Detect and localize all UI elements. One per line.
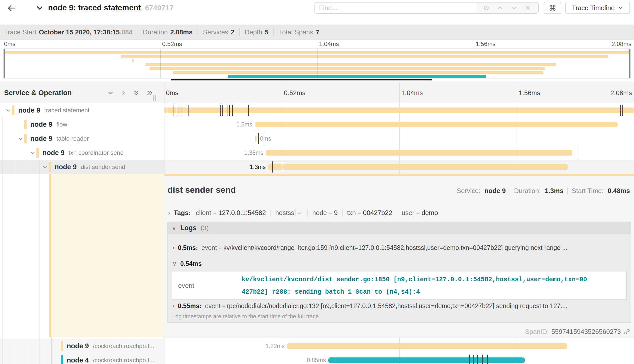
span-service-name[interactable]: node 9traced statement: [18, 103, 90, 117]
span-duration-label: 1.35ms: [244, 146, 263, 160]
span-color-strip: [24, 134, 27, 143]
find-group: [314, 2, 539, 14]
timeline-axis-label: 1.04ms: [401, 82, 423, 103]
log-marker-tick: [577, 147, 577, 158]
span-service-name[interactable]: node 9txn coordinator send: [43, 146, 123, 160]
log-chevron-down-icon[interactable]: ∨: [172, 260, 177, 267]
span-bar[interactable]: [255, 122, 618, 127]
span-bar[interactable]: [164, 108, 634, 113]
span-detail-panel: dist sender send Service: node 9 Duratio…: [0, 174, 634, 337]
span-timeline-zone: 1.3ms: [164, 160, 634, 174]
minimap-span-bar: [173, 71, 543, 74]
log-marker-tick: [248, 105, 249, 116]
trace-minimap[interactable]: 0ms0.52ms1.04ms1.56ms2.08ms: [0, 40, 634, 80]
span-row[interactable]: node 9traced statement: [0, 103, 634, 117]
back-arrow-icon: [6, 3, 17, 13]
back-button[interactable]: [6, 3, 17, 13]
next-match-chevron-down-icon[interactable]: [510, 4, 518, 12]
span-row[interactable]: node 4/cockroach.roachpb.I...0.85ms: [0, 353, 634, 364]
collapse-one-chevron-down-icon[interactable]: [107, 89, 114, 97]
log-marker-tick: [282, 161, 282, 173]
top-bar: node 9: traced statement 6749717 ⌘ Trace…: [0, 0, 634, 25]
minimap-left-handle[interactable]: [4, 49, 5, 78]
minimap-canvas[interactable]: [4, 49, 630, 78]
minimap-right-handle[interactable]: [629, 49, 630, 78]
log-entry-2-header[interactable]: ∨ 0.54ms: [168, 258, 628, 269]
expand-one-chevron-right-icon[interactable]: [120, 90, 127, 96]
span-operation-name: dist sender send: [81, 163, 125, 170]
span-bar[interactable]: [268, 164, 568, 170]
span-timeline-zone: 0.85ms: [164, 353, 634, 364]
column-resize-handle[interactable]: [153, 95, 156, 101]
minimap-axis-label: 0.52ms: [162, 40, 182, 48]
span-expand-chevron-down-icon[interactable]: [5, 103, 12, 117]
span-row[interactable]: node 9/cockroach.roachpb.I...1.22ms: [0, 339, 634, 353]
title-collapse-chevron-icon[interactable]: [35, 4, 44, 12]
span-expand-chevron-down-icon[interactable]: [17, 132, 24, 146]
span-service-name[interactable]: node 9dist sender send: [55, 160, 125, 174]
trace-view-selector-button[interactable]: Trace Timeline: [565, 2, 630, 14]
span-service-name[interactable]: node 4/cockroach.roachpb.I...: [67, 353, 154, 364]
log-marker-tick: [179, 105, 179, 116]
log-marker-tick: [174, 105, 174, 116]
find-input[interactable]: [315, 3, 476, 13]
span-expand-chevron-down-icon[interactable]: [29, 146, 36, 160]
tags-chevron-right-icon[interactable]: ›: [168, 209, 170, 217]
span-service-name[interactable]: node 9/cockroach.roachpb.I...: [67, 339, 154, 353]
span-row[interactable]: node 9flow1.6ms: [0, 117, 634, 132]
keyboard-shortcuts-button[interactable]: ⌘: [544, 2, 561, 14]
trace-start-value: October 15 2020, 17:38:15: [39, 28, 120, 36]
log-chevron-right-icon[interactable]: ›: [172, 244, 174, 251]
span-bar[interactable]: [287, 343, 567, 349]
span-row[interactable]: node 9dist sender send1.3ms: [0, 160, 634, 174]
span-service-name[interactable]: node 9table reader: [30, 132, 89, 146]
tags-row[interactable]: › Tags: client=127.0.0.1:54582hostssl=no…: [168, 207, 438, 218]
tag-item: client=127.0.0.1:54582: [196, 209, 266, 217]
minimap-axis-label: 0ms: [4, 40, 15, 48]
span-color-strip: [12, 105, 14, 115]
depth-label: Depth: [245, 28, 262, 36]
detail-duration-value: 1.3ms: [545, 187, 563, 195]
span-expand-chevron-down-icon[interactable]: [41, 160, 48, 174]
trace-id: 6749717: [145, 4, 174, 12]
clear-find-icon[interactable]: [524, 4, 532, 12]
span-operation-name: /cockroach.roachpb.I...: [93, 342, 154, 350]
span-bar[interactable]: [266, 150, 572, 156]
logs-chevron-down-icon[interactable]: ∨: [172, 225, 176, 232]
prev-match-chevron-up-icon[interactable]: [496, 4, 504, 12]
span-bar[interactable]: [328, 357, 525, 363]
scope-icon[interactable]: [482, 4, 490, 12]
log-marker-tick: [188, 105, 189, 116]
collapse-all-double-chevron-down-icon[interactable]: [133, 89, 140, 97]
expand-all-double-chevron-right-icon[interactable]: [146, 89, 154, 97]
span-service-name[interactable]: node 9flow: [30, 117, 67, 132]
detail-service-label: Service:: [457, 187, 480, 195]
span-row[interactable]: node 9table reader0ms: [0, 132, 634, 146]
log-marker-tick: [222, 105, 223, 116]
minimap-span-bar: [228, 75, 486, 78]
log-entry-3[interactable]: › 0.55ms: event = rpc/nodedialer/nodedia…: [168, 300, 628, 311]
logs-header[interactable]: ∨ Logs (3): [168, 222, 631, 234]
tag-item: txn=00427b22: [347, 209, 392, 217]
service-operation-header: Service & Operation: [4, 82, 72, 103]
log-marker-tick: [229, 105, 230, 116]
log-marker-tick: [258, 133, 259, 144]
log-chevron-right-icon[interactable]: ›: [172, 302, 174, 309]
span-row[interactable]: node 9txn coordinator send1.35ms: [0, 146, 634, 160]
log-entry-1[interactable]: › 0.5ms: event = kv/kvclient/kvcoord/ran…: [168, 242, 628, 253]
minimap-gridline: [317, 49, 318, 78]
span-operation-name: flow: [56, 121, 67, 128]
services-value: 2: [231, 28, 234, 36]
log-event-key: event: [178, 271, 194, 300]
log-event-table: event kv/kvclient/kvcoord/dist_sender.go…: [172, 271, 627, 299]
span-bar[interactable]: [255, 136, 257, 141]
minimap-scrubber[interactable]: [171, 79, 432, 80]
span-color-strip: [36, 148, 39, 158]
span-duration-label: 0.85ms: [307, 353, 326, 364]
span-color-strip: [49, 162, 51, 172]
trace-start-label: Trace Start: [4, 28, 36, 36]
minimap-axis-label: 1.04ms: [319, 40, 339, 48]
log-marker-tick: [272, 161, 273, 173]
copy-link-icon[interactable]: [623, 328, 630, 335]
timeline-axis-label: 1.56ms: [519, 82, 540, 103]
